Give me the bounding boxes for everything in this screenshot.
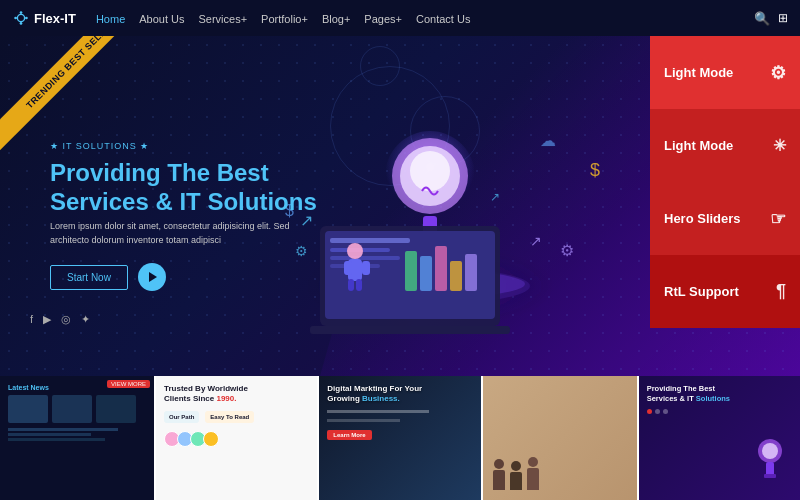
hero-sliders-button[interactable]: Hero Sliders ☞ — [650, 182, 800, 255]
hero-title-line1: Providing The Best — [50, 159, 269, 186]
social-icons: f ▶ ◎ ✦ — [30, 313, 90, 326]
light-mode-1-label: Light Mode — [664, 65, 733, 80]
svg-point-1 — [20, 11, 23, 14]
rtl-support-label: RtL Support — [664, 284, 739, 299]
svg-point-0 — [17, 14, 24, 21]
thumb-1[interactable]: Latest News VIEW MORE — [0, 376, 156, 500]
rtl-support-button[interactable]: RtL Support ¶ — [650, 255, 800, 328]
light-mode-button-2[interactable]: Light Mode ✳ — [650, 109, 800, 182]
instagram-icon[interactable]: ◎ — [61, 313, 71, 326]
thumbnails-row: Latest News VIEW MORE Trusted By Worldwi… — [0, 376, 800, 500]
nav-pages[interactable]: Pages+ — [364, 13, 402, 25]
svg-rect-23 — [435, 246, 447, 291]
hero-title-highlight: Solutions — [207, 188, 316, 215]
light-mode-2-label: Light Mode — [664, 138, 733, 153]
svg-rect-19 — [330, 256, 400, 260]
svg-rect-25 — [465, 254, 477, 291]
nav-services[interactable]: Services+ — [199, 13, 248, 25]
news-thumb-1 — [8, 395, 48, 423]
svg-rect-31 — [348, 279, 354, 291]
nav-portfolio[interactable]: Portfolio+ — [261, 13, 308, 25]
thumb-1-items — [8, 395, 146, 423]
settings-icon: ⚙ — [770, 62, 786, 84]
sun-icon: ✳ — [773, 136, 786, 155]
news-thumb-2 — [52, 395, 92, 423]
thumb-5-icon — [750, 436, 790, 490]
start-now-button[interactable]: Start Now — [50, 265, 128, 290]
hero-buttons: Start Now — [50, 263, 317, 291]
hand-icon: ☞ — [770, 208, 786, 230]
thumb-5-title: Providing The BestServices & IT Solution… — [647, 384, 792, 404]
thumb-2-title: Trusted By WorldwideClients Since 1990. — [164, 384, 309, 405]
twitter-icon[interactable]: ✦ — [81, 313, 90, 326]
navbar: Flex-IT Home About Us Services+ Portfoli… — [0, 0, 800, 36]
svg-rect-43 — [766, 462, 774, 476]
svg-text:↗: ↗ — [490, 190, 500, 204]
nav-blog[interactable]: Blog+ — [322, 13, 350, 25]
nav-home[interactable]: Home — [96, 13, 125, 25]
trending-badge-text: Trending Best Seller — [0, 36, 125, 150]
trending-badge: Trending Best Seller — [0, 36, 125, 161]
thumb-2-cards: Our Path Easy To Read — [164, 411, 309, 423]
svg-point-3 — [20, 22, 23, 25]
svg-text:⚙: ⚙ — [560, 242, 574, 259]
svg-rect-22 — [420, 256, 432, 291]
svg-point-4 — [14, 17, 17, 20]
svg-text:☁: ☁ — [540, 132, 556, 149]
thumb-3[interactable]: Digital Markting For YourGrowing Busines… — [319, 376, 482, 500]
svg-rect-44 — [764, 474, 776, 478]
svg-text:$: $ — [590, 160, 600, 180]
thumb-4-content — [483, 376, 637, 500]
svg-point-14 — [410, 151, 450, 191]
hero-title: Providing The Best Services & IT Solutio… — [50, 159, 317, 217]
nav-contact[interactable]: Contact Us — [416, 13, 470, 25]
svg-rect-24 — [450, 261, 462, 291]
hero-sliders-label: Hero Sliders — [664, 211, 741, 226]
svg-text:↗: ↗ — [530, 233, 542, 249]
svg-rect-21 — [405, 251, 417, 291]
youtube-icon[interactable]: ▶ — [43, 313, 51, 326]
news-lines — [8, 428, 146, 441]
client-avatars — [164, 431, 309, 447]
svg-rect-32 — [356, 279, 362, 291]
nav-about[interactable]: About Us — [139, 13, 184, 25]
nav-menu: Home About Us Services+ Portfolio+ Blog+… — [96, 9, 754, 27]
thumb-1-title: Latest News — [8, 384, 146, 391]
thumb-5-content: Providing The BestServices & IT Solution… — [639, 376, 800, 500]
news-thumb-3 — [96, 395, 136, 423]
svg-rect-17 — [330, 238, 410, 243]
thumb-4[interactable] — [483, 376, 639, 500]
light-mode-button-1[interactable]: Light Mode ⚙ — [650, 36, 800, 109]
trust-card-2: Easy To Read — [205, 411, 254, 423]
brand-name: Flex-IT — [34, 11, 76, 26]
thumb-5-dots — [647, 409, 792, 414]
trust-card-1: Our Path — [164, 411, 199, 423]
people-row — [493, 457, 627, 490]
logo[interactable]: Flex-IT — [12, 9, 76, 27]
grid-icon[interactable]: ⊞ — [778, 11, 788, 25]
sidebar-buttons: Light Mode ⚙ Light Mode ✳ Hero Sliders ☞… — [650, 36, 800, 328]
play-button[interactable] — [138, 263, 166, 291]
svg-rect-29 — [344, 261, 352, 275]
hero-content: ★ IT SOLUTIONS ★ Providing The Best Serv… — [50, 141, 317, 292]
paragraph-icon: ¶ — [776, 281, 786, 302]
svg-point-27 — [347, 243, 363, 259]
thumb-5[interactable]: Providing The BestServices & IT Solution… — [639, 376, 800, 500]
thumb-2[interactable]: Trusted By WorldwideClients Since 1990. … — [156, 376, 319, 500]
svg-point-2 — [25, 17, 28, 20]
thumb-3-content: Digital Markting For YourGrowing Busines… — [319, 376, 480, 500]
thumb-3-lines — [327, 410, 472, 424]
facebook-icon[interactable]: f — [30, 313, 33, 326]
thumb-3-btn: Learn More — [327, 430, 371, 440]
thumb-3-buttons: Learn More — [327, 430, 472, 440]
svg-point-42 — [762, 443, 778, 459]
thumb-3-title: Digital Markting For YourGrowing Busines… — [327, 384, 472, 405]
thumb-1-content: Latest News — [0, 376, 154, 500]
svg-rect-26 — [310, 326, 510, 334]
nav-icons: 🔍 ⊞ — [754, 11, 788, 26]
hero-title-line2: Services & IT — [50, 188, 201, 215]
svg-rect-30 — [362, 261, 370, 275]
search-icon[interactable]: 🔍 — [754, 11, 770, 26]
thumb-2-content: Trusted By WorldwideClients Since 1990. … — [156, 376, 317, 500]
hero-subtitle: Lorem ipsum dolor sit amet, consectetur … — [50, 220, 310, 247]
